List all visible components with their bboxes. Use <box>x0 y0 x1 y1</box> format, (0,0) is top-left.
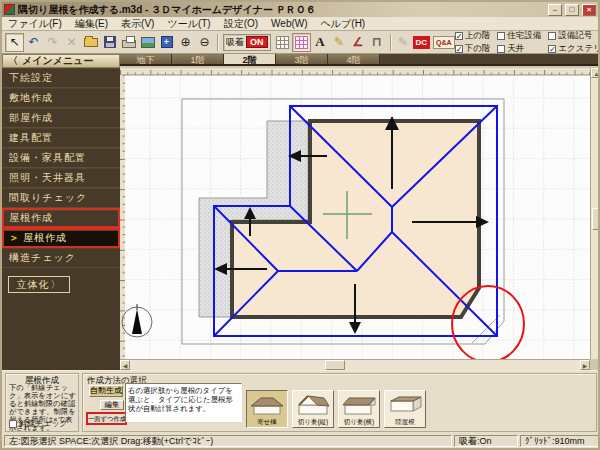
checkbox-upper-floor[interactable]: 上の階 <box>455 30 491 42</box>
open-file-button[interactable] <box>81 33 100 52</box>
menu-web[interactable]: Web(W) <box>271 18 307 29</box>
creation-method-box: 作成方法の選択 自動生成 編集 一面ずつ作成 右の選択肢から屋根のタイプを選ぶと… <box>82 373 597 432</box>
status-hint: 左:図形選択 SPACE:次選択 Drag:移動(+Ctrlでｺﾋﾟｰ) <box>4 435 452 447</box>
roof-type-flat-button[interactable]: 陸屋根 <box>384 390 426 428</box>
horizontal-scrollbar[interactable]: ◀ ▶ <box>120 359 590 370</box>
top-ruler-ticks <box>120 68 590 75</box>
sidebar-item-structure-check[interactable]: 構造チェック <box>2 248 120 268</box>
method-description: 右の選択肢から屋根のタイプを選ぶと、タイプに応じた屋根形状が自動計算されます。 <box>125 383 242 422</box>
checkbox-icon <box>455 32 463 40</box>
menu-tools[interactable]: ツール(T) <box>167 17 210 31</box>
one-face-at-a-time-button[interactable]: 一面ずつ作成 <box>86 412 127 425</box>
zoom-out-button[interactable]: ⊖ <box>195 33 214 52</box>
scroll-left-button[interactable]: ◀ <box>120 360 130 370</box>
gable-vertical-roof-icon <box>294 392 332 418</box>
grid-snap-button[interactable] <box>292 33 311 52</box>
tab-4f[interactable]: 4階 <box>328 54 380 64</box>
edit-button[interactable]: 編集 <box>100 400 124 410</box>
checkbox-fixtures[interactable]: 住宅設備 <box>497 30 541 42</box>
grid-pink-icon <box>295 36 308 49</box>
redo-button[interactable]: ↷ <box>43 33 62 52</box>
scroll-right-button[interactable]: ▶ <box>580 360 590 370</box>
floor-tab-bar: 地下 1階 2階 3階 4階 <box>120 54 600 66</box>
tab-basement[interactable]: 地下 <box>120 54 172 64</box>
toolbar: ↖ ↶ ↷ ✕ + ⊕ ⊖ 吸着 ON A ✎ ∠ ⊓ ✎ DC Q&A 上の階… <box>2 31 598 54</box>
save-button[interactable] <box>100 33 119 52</box>
diagonal-check-checkbox[interactable]: 斜線チェック <box>9 418 68 429</box>
roof-type-gable-horizontal-button[interactable]: 切り妻(横) <box>338 390 380 428</box>
sidebar-item-lighting-ceiling[interactable]: 照明・天井器具 <box>2 168 120 188</box>
maximize-button[interactable]: □ <box>565 4 579 16</box>
sidebar-item-fittings[interactable]: 建具配置 <box>2 128 120 148</box>
menu-help[interactable]: ヘルプ(H) <box>321 17 366 31</box>
snap-on-badge: ON <box>246 36 268 48</box>
qa-badge-button[interactable]: Q&A <box>433 36 455 49</box>
vertical-scroll-thumb[interactable] <box>592 208 600 230</box>
toolbar-separator <box>390 34 391 51</box>
pencil-tool-button[interactable]: ✎ <box>330 33 349 52</box>
folder-icon <box>84 38 98 47</box>
tab-1f[interactable]: 1階 <box>172 54 224 64</box>
vertical-scrollbar[interactable]: ▲ ▼ <box>590 68 600 359</box>
delete-button[interactable]: ✕ <box>62 33 81 52</box>
make-3d-button[interactable]: 立体化 〉 <box>8 276 70 293</box>
app-window: 隅切り屋根を作成する.m3d - ３Ｄマイホームデザイナー ＰＲＯ６ – □ ×… <box>0 0 600 450</box>
checkbox-icon <box>548 32 556 40</box>
gable-horizontal-roof-icon <box>340 392 378 418</box>
flat-roof-icon <box>386 392 424 418</box>
tab-3f[interactable]: 3階 <box>276 54 328 64</box>
select-tool-button[interactable]: ↖ <box>5 33 24 52</box>
main-area: 〈 メインメニュー 下絵設定 敷地作成 部屋作成 建具配置 設備・家具配置 照明… <box>2 54 600 370</box>
sidebar-item-equipment-furniture[interactable]: 設備・家具配置 <box>2 148 120 168</box>
status-grid: ｸﾞﾘｯﾄﾞ:910mm <box>520 435 600 447</box>
close-button[interactable]: × <box>582 4 596 16</box>
cursor-icon: ↖ <box>9 35 19 49</box>
undo-button[interactable]: ↶ <box>24 33 43 52</box>
sidebar-item-room-creation[interactable]: 部屋作成 <box>2 108 120 128</box>
auto-generate-button[interactable]: 自動生成 <box>89 385 123 397</box>
checkbox-exterior[interactable]: エクステリア <box>548 43 600 55</box>
checkbox-icon <box>497 45 505 53</box>
menu-settings[interactable]: 設定(O) <box>224 17 258 31</box>
fit-icon: + <box>161 36 173 48</box>
menu-edit[interactable]: 編集(E) <box>75 17 108 31</box>
tab-2f[interactable]: 2階 <box>224 54 276 64</box>
checkbox-ceiling[interactable]: 天井 <box>497 43 541 55</box>
grid-toggle-button[interactable] <box>273 33 292 52</box>
scroll-up-button[interactable]: ▲ <box>591 68 600 78</box>
layer-checkbox-grid: 上の階 下の階 住宅設備 天井 設備記号 エクステリア 家具 小物 文字 付箋 <box>455 30 600 55</box>
dc-badge-button[interactable]: DC <box>413 36 431 49</box>
dimension-tool-button[interactable]: ⊓ <box>368 33 387 52</box>
image-button[interactable] <box>138 33 157 52</box>
menu-file[interactable]: ファイル(F) <box>8 17 62 31</box>
sidebar-subitem-roof-creation[interactable]: ＞ 屋根作成 <box>2 228 120 248</box>
back-arrow-icon: 〈 <box>8 54 18 68</box>
print-button[interactable] <box>119 33 138 52</box>
menu-view[interactable]: 表示(V) <box>121 17 154 31</box>
horizontal-scroll-thumb[interactable] <box>325 360 345 370</box>
main-menu-sidebar: 〈 メインメニュー 下絵設定 敷地作成 部屋作成 建具配置 設備・家具配置 照明… <box>2 54 120 370</box>
angle-tool-button[interactable]: ∠ <box>349 33 368 52</box>
sidebar-item-floorplan-check[interactable]: 間取りチェック <box>2 188 120 208</box>
snap-label: 吸着 <box>226 36 244 49</box>
floor-plan-canvas[interactable] <box>120 68 590 359</box>
sidebar-item-sketch-setup[interactable]: 下絵設定 <box>2 68 120 88</box>
roof-type-hip-button[interactable]: 寄せ棟 <box>246 390 288 428</box>
text-tool-button[interactable]: A <box>311 33 330 52</box>
status-snap: 吸着:On <box>454 435 518 447</box>
fit-view-button[interactable]: + <box>157 33 176 52</box>
checkbox-equipment-marks[interactable]: 設備記号 <box>548 30 600 42</box>
sidebar-item-site-creation[interactable]: 敷地作成 <box>2 88 120 108</box>
main-menu-header[interactable]: 〈 メインメニュー <box>2 54 120 68</box>
snap-toggle-button[interactable]: 吸着 ON <box>223 34 271 51</box>
guide-tool-button[interactable]: ✎ <box>394 33 413 52</box>
minimize-button[interactable]: – <box>548 4 562 16</box>
forward-arrow-icon: 〉 <box>51 277 62 292</box>
window-title: 隅切り屋根を作成する.m3d - ３Ｄマイホームデザイナー ＰＲＯ６ <box>18 3 545 17</box>
roof-type-gable-vertical-button[interactable]: 切り妻(縦) <box>292 390 334 428</box>
zoom-in-button[interactable]: ⊕ <box>176 33 195 52</box>
sidebar-item-roof-creation[interactable]: 屋根作成 <box>2 208 120 228</box>
bottom-panel: 屋根作成 下の「斜線チェック」表示をオンにすると斜線制限の確認ができます。制限を… <box>2 370 600 434</box>
checkbox-lower-floor[interactable]: 下の階 <box>455 43 491 55</box>
title-bar: 隅切り屋根を作成する.m3d - ３Ｄマイホームデザイナー ＰＲＯ６ – □ × <box>2 2 598 17</box>
